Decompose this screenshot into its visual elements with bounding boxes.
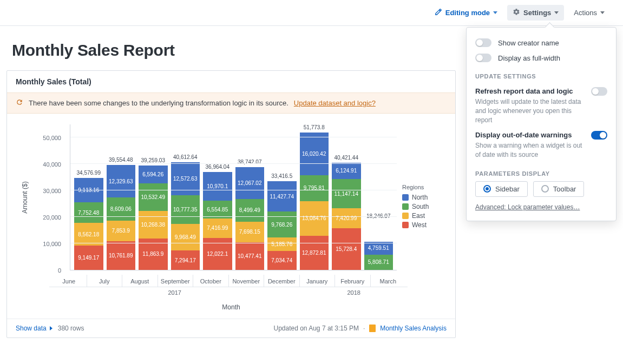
bar-segment: 7,853.9 (107, 221, 136, 242)
radio-icon (483, 185, 491, 193)
update-dataset-link[interactable]: Update dataset and logic? (294, 99, 376, 107)
chevron-right-icon (50, 326, 53, 330)
bar-total-label: 33,416.5 (271, 173, 292, 179)
actions-dropdown[interactable]: Actions (568, 5, 610, 20)
bar-february: 15,728.47,420.9911,147.146,124.9140,421.… (330, 124, 363, 270)
x-tick: November (228, 275, 264, 287)
bar-segment: 7,420.99 (332, 208, 361, 228)
full-width-toggle[interactable] (475, 54, 491, 62)
legend-title: Regions (402, 184, 445, 190)
x-axis-label: Month (7, 298, 455, 319)
gear-icon (513, 8, 520, 17)
x-tick: October (193, 275, 228, 287)
chevron-down-icon (600, 11, 605, 14)
bar-march: 5,808.714,759.5118,246.07 (363, 124, 395, 270)
refresh-title: Refresh report data and logic (475, 87, 586, 95)
params-sidebar-option[interactable]: Sidebar (475, 181, 528, 197)
bar-segment: 16,020.42 (300, 133, 329, 175)
bar-total-label: 36,964.04 (206, 164, 230, 170)
y-axis-label: Amount ($) (21, 181, 29, 213)
x-axis: JuneJulyAugustSeptemberOctoberNovemberDe… (49, 275, 408, 287)
refresh-desc: Widgets will update to the latest data a… (475, 97, 586, 124)
bar-segment: 4,759.51 (364, 242, 394, 254)
year-label: 2018 (300, 287, 408, 298)
bar-segment: 9,149.17 (74, 246, 103, 270)
legend-label: North (412, 194, 428, 201)
bar-segment: 8,609.06 (107, 197, 136, 220)
bar-segment: 8,499.49 (235, 199, 265, 222)
settings-dropdown[interactable]: Settings (507, 5, 564, 21)
bar-segment: 6,554.85 (203, 201, 232, 218)
y-tick: 40,000 (43, 161, 61, 168)
edit-icon (435, 8, 442, 17)
full-width-label: Display as full-width (498, 54, 560, 62)
radio-icon (541, 185, 549, 193)
bar-segment: 10,477.41 (235, 242, 265, 270)
editing-mode-label: Editing mode (445, 9, 490, 17)
x-tick: February (335, 275, 370, 287)
bar-segment: 7,416.99 (203, 219, 232, 238)
refresh-toggle[interactable] (591, 87, 607, 96)
advanced-lock-link[interactable]: Advanced: Lock parameter values… (475, 203, 580, 211)
legend-swatch (402, 194, 409, 201)
legend-label: South (412, 203, 429, 210)
card-footer: Show data 380 rows Updated on Aug 7 at 3… (7, 319, 455, 337)
bar-segment: 11,147.14 (332, 179, 361, 209)
ood-title: Display out-of-date warnings (475, 131, 586, 139)
bar-segment: 12,067.02 (235, 167, 265, 199)
bar-total-label: 40,421.44 (335, 155, 359, 161)
y-tick: 10,000 (43, 241, 61, 247)
bar-segment: 15,728.4 (332, 228, 361, 270)
refresh-icon (16, 98, 23, 108)
x-tick: January (299, 275, 335, 287)
bar-segment: 10,777.35 (171, 195, 200, 224)
x-tick: December (264, 275, 299, 287)
chart-area: Amount ($) 010,00020,00030,00040,00050,0… (7, 114, 455, 275)
analysis-link[interactable]: Monthly Sales Analysis (380, 325, 447, 332)
bar-september: 7,294.179,968.4910,777.3512,572.6340,612… (169, 124, 202, 270)
bar-november: 10,477.417,698.158,499.4912,067.0238,742… (234, 124, 266, 270)
bar-segment: 7,752.48 (74, 202, 103, 223)
show-data-button[interactable]: Show data (16, 325, 53, 332)
editing-mode-dropdown[interactable]: Editing mode (429, 5, 503, 21)
bar-total-label: 34,576.99 (77, 170, 101, 176)
update-settings-header: UPDATE SETTINGS (475, 73, 607, 80)
bar-segment: 5,808.71 (364, 255, 394, 270)
ood-toggle[interactable] (591, 131, 607, 140)
bar-total-label: 39,554.48 (109, 157, 133, 163)
top-toolbar: Editing mode Settings Actions (0, 0, 623, 26)
show-creator-label: Show creator name (498, 39, 559, 47)
bar-segment: 12,872.81 (300, 236, 329, 270)
chevron-down-icon (554, 11, 559, 14)
bar-segment: 5,185.76 (267, 237, 297, 251)
legend: Regions NorthSouthEastWest (402, 124, 445, 270)
bar-total-label: 40,612.64 (173, 154, 198, 160)
legend-item[interactable]: West (402, 221, 445, 229)
legend-item[interactable]: North (402, 194, 445, 201)
legend-swatch (402, 203, 409, 210)
bar-segment: 12,329.63 (107, 165, 136, 198)
x-tick: March (370, 275, 406, 287)
bar-segment: 7,034.74 (267, 251, 297, 270)
params-toolbar-option[interactable]: Toolbar (533, 181, 585, 197)
bar-segment: 6,594.26 (139, 166, 168, 183)
updated-timestamp: Updated on Aug 7 at 3:15 PM (273, 325, 358, 332)
bar-segment: 13,084.76 (300, 201, 329, 236)
legend-item[interactable]: East (402, 212, 445, 220)
x-tick: September (158, 275, 193, 287)
bar-segment: 12,572.63 (171, 162, 200, 196)
bar-august: 11,863.910,268.3810,532.496,594.2639,259… (137, 124, 169, 270)
show-creator-toggle[interactable] (475, 38, 491, 47)
bar-december: 7,034.745,185.769,768.2611,427.7433,416.… (266, 124, 298, 270)
settings-label: Settings (523, 9, 551, 17)
legend-item[interactable]: South (402, 203, 445, 210)
bar-total-label: 51,773.8 (304, 124, 325, 130)
bar-segment: 9,795.81 (300, 175, 329, 201)
year-label: 2017 (49, 287, 300, 298)
ood-desc: Show a warning when a widget is out of d… (475, 141, 586, 160)
x-tick: August (122, 275, 158, 287)
legend-swatch (402, 222, 409, 228)
y-tick: 30,000 (43, 188, 61, 194)
bar-total-label: 38,742.07 (238, 159, 262, 165)
x-tick: June (51, 275, 87, 287)
